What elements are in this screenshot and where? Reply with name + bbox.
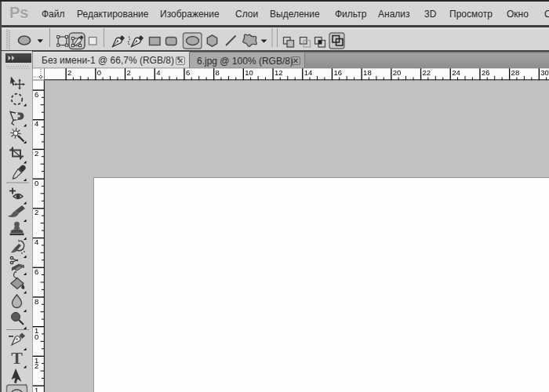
svg-text:14: 14 [304, 68, 313, 77]
svg-text:2: 2 [35, 361, 38, 370]
svg-text:16: 16 [333, 68, 342, 77]
svg-text:4: 4 [35, 119, 38, 128]
svg-text:2: 2 [35, 208, 38, 216]
svg-text:2: 2 [127, 68, 131, 77]
svg-text:4: 4 [35, 238, 38, 246]
svg-text:4: 4 [156, 68, 160, 77]
svg-text:30: 30 [540, 68, 549, 77]
svg-text:2: 2 [67, 68, 71, 77]
svg-text:6: 6 [186, 68, 190, 77]
svg-text:10: 10 [245, 68, 253, 77]
svg-text:6: 6 [35, 90, 38, 99]
svg-text:6: 6 [35, 267, 38, 276]
svg-text:0: 0 [35, 179, 38, 187]
svg-text:8: 8 [216, 68, 220, 77]
svg-text:24: 24 [452, 68, 460, 77]
svg-text:0: 0 [97, 68, 101, 77]
svg-text:28: 28 [511, 68, 520, 77]
svg-text:20: 20 [393, 68, 402, 77]
svg-text:22: 22 [423, 68, 431, 77]
svg-text:12: 12 [274, 68, 283, 77]
svg-text:2: 2 [35, 149, 38, 158]
svg-text:0: 0 [35, 332, 38, 341]
svg-text:18: 18 [363, 68, 372, 77]
svg-text:8: 8 [35, 297, 38, 306]
svg-text:26: 26 [482, 68, 490, 77]
